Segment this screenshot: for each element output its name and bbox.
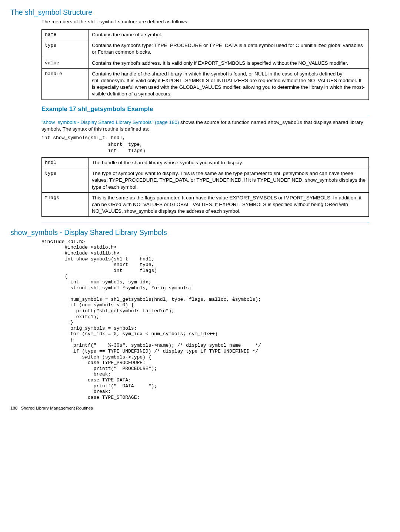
intro-text: The members of the shl_symbol structure … — [41, 18, 369, 26]
shl-symbol-table: nameContains the name of a symbol. typeC… — [41, 29, 369, 100]
intro-pre: The members of the — [41, 19, 88, 24]
table-key: type — [42, 168, 89, 193]
section-title-shl-symbol: The shl_symbol Structure — [10, 7, 369, 17]
table-key: value — [42, 58, 89, 68]
section-title-show-symbols: show_symbols - Display Shared Library Sy… — [10, 228, 369, 237]
show-symbols-params-table: hndlThe handle of the shared library who… — [41, 157, 369, 217]
footer-text: Shared Library Management Routines — [21, 406, 93, 410]
table-key: type — [42, 40, 89, 58]
table-row: typeThe type of symbol you want to displ… — [42, 168, 369, 193]
table-val: The handle of the shared library whose s… — [89, 157, 369, 168]
table-row: handleContains the handle of the shared … — [42, 68, 369, 100]
table-val: Contains the handle of the shared librar… — [89, 68, 369, 100]
example-para: "show_symbols - Display Shared Library S… — [41, 119, 369, 133]
table-row: hndlThe handle of the shared library who… — [42, 157, 369, 168]
table-val: Contains the name of a symbol. — [89, 29, 369, 40]
table-key: hndl — [42, 157, 89, 168]
table-row: nameContains the name of a symbol. — [42, 29, 369, 40]
table-val: This is the same as the flags parameter.… — [89, 192, 369, 217]
table-key: handle — [42, 68, 89, 100]
intro-code: shl_symbol — [88, 19, 117, 25]
table-key: flags — [42, 192, 89, 217]
para-tail: shows the source for a function named — [179, 119, 267, 125]
table-key: name — [42, 29, 89, 40]
table-row: flagsThis is the same as the flags param… — [42, 192, 369, 217]
para-code: show_symbols — [268, 120, 303, 125]
table-row: typeContains the symbol's type: TYPE_PRO… — [42, 40, 369, 58]
page-number: 180 — [10, 405, 17, 411]
table-val: Contains the symbol's type: TYPE_PROCEDU… — [89, 40, 369, 58]
example-heading: Example 17 shl_getsymbols Example — [41, 105, 369, 114]
code-listing: #include <dl.h> #include <stdio.h> #incl… — [41, 239, 369, 401]
table-row: valueContains the symbol's address. It i… — [42, 58, 369, 68]
page-footer: 180 Shared Library Management Routines — [10, 405, 369, 411]
rule — [41, 222, 369, 222]
intro-post: structure are defined as follows: — [117, 19, 189, 24]
signature-block: int show_symbols(shl_t hndl, short type,… — [41, 135, 369, 154]
table-val: Contains the symbol's address. It is val… — [89, 58, 369, 68]
rule — [41, 116, 369, 116]
table-val: The type of symbol you want to display. … — [89, 168, 369, 193]
link-show-symbols[interactable]: "show_symbols - Display Shared Library S… — [41, 119, 179, 125]
